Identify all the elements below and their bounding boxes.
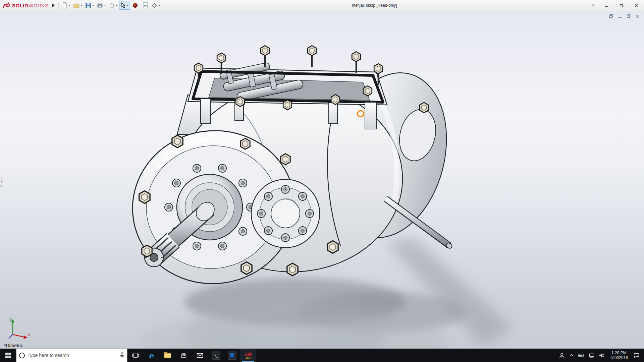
titlebar: SOLID WORKS [0, 0, 644, 11]
mail-icon [197, 353, 203, 358]
separator [58, 2, 59, 9]
microphone-icon[interactable] [120, 352, 124, 358]
people-button[interactable] [556, 349, 567, 362]
solidworks-window: SOLID WORKS [0, 0, 644, 362]
triad-x-label: x [28, 332, 31, 337]
select-cursor-icon [120, 2, 126, 8]
search-input[interactable] [28, 353, 117, 358]
orientation-label: *Dimetric [4, 343, 23, 348]
minimize-icon [604, 4, 608, 7]
taskbar-store-button[interactable] [176, 349, 192, 362]
close-icon [635, 4, 638, 7]
doc-minimize-button[interactable] [616, 13, 623, 19]
restore-icon [620, 3, 624, 7]
doc-close-icon [636, 14, 639, 18]
doc-close-button[interactable] [634, 13, 641, 19]
taskbar-clock[interactable]: 1:20 PM 7/23/2018 [607, 349, 631, 362]
brand-works: WORKS [29, 3, 48, 8]
volume-status[interactable] [597, 349, 607, 362]
brand-solid: SOLID [12, 3, 28, 8]
solidworks-2017-icon: SW 2017 [245, 352, 252, 359]
print-icon [97, 2, 103, 8]
design-binder-icon [143, 2, 148, 8]
print-button[interactable] [96, 1, 107, 10]
orientation-triad: y x [5, 315, 32, 341]
options-button[interactable] [150, 1, 162, 10]
open-icon [73, 2, 79, 8]
menu-flyout-arrow[interactable] [51, 1, 57, 9]
taskbar-command-prompt-button[interactable]: >_ [208, 349, 224, 362]
solidworks-logo: SOLID WORKS [0, 2, 51, 9]
select-button[interactable] [119, 1, 130, 10]
new-document-icon [62, 2, 68, 8]
taskbar-mail-button[interactable] [192, 349, 208, 362]
new-document-button[interactable] [60, 1, 72, 10]
open-button[interactable] [72, 1, 84, 10]
battery-icon [578, 354, 584, 357]
windows-logo-icon [5, 353, 11, 358]
network-status[interactable] [587, 349, 597, 362]
chevron-up-icon [570, 354, 574, 357]
system-tray: 1:20 PM 7/23/2018 [556, 349, 644, 362]
store-icon [181, 352, 187, 358]
undo-button[interactable] [107, 1, 119, 10]
command-prompt-icon: >_ [212, 351, 220, 360]
graphics-area[interactable]: y x *Dimetric [0, 11, 644, 349]
panel-splitter-handle[interactable] [0, 177, 3, 187]
taskbar: e >_ SW 2017 [0, 349, 644, 362]
appearance-sphere-icon [132, 3, 138, 8]
start-button[interactable] [0, 349, 16, 362]
clock-time: 1:20 PM [611, 351, 627, 355]
save-icon [85, 2, 91, 8]
people-icon [559, 353, 565, 358]
restore-button[interactable] [614, 0, 629, 11]
doc-restore-icon [627, 14, 631, 18]
doc-float-button[interactable] [608, 13, 614, 19]
show-desktop-button[interactable] [642, 349, 644, 362]
undo-icon [109, 2, 115, 8]
action-center-icon [634, 353, 639, 358]
taskbar-photos-button[interactable] [224, 349, 240, 362]
network-icon [589, 353, 594, 358]
taskbar-file-explorer-button[interactable] [160, 349, 176, 362]
window-title: menjac sklop [Read-only] [162, 3, 587, 8]
clock-date: 7/23/2018 [610, 355, 628, 360]
triad-y-label: y [9, 316, 12, 321]
doc-minimize-icon [618, 14, 622, 18]
gearbox-model [0, 11, 644, 349]
document-window-controls [608, 13, 641, 19]
minimize-button[interactable] [599, 0, 614, 11]
close-button[interactable] [629, 0, 644, 11]
doc-float-icon [609, 14, 613, 18]
doc-restore-button[interactable] [625, 13, 632, 19]
taskbar-search[interactable] [16, 349, 127, 362]
help-button[interactable]: ? [587, 3, 599, 8]
save-button[interactable] [84, 1, 96, 10]
battery-status[interactable] [576, 349, 587, 362]
edge-icon: e [149, 351, 154, 360]
task-view-button[interactable] [127, 349, 144, 362]
gear-icon [152, 3, 157, 8]
secondary-flange [251, 179, 320, 248]
speaker-icon [599, 353, 604, 358]
photos-icon [228, 351, 236, 360]
taskbar-solidworks-button[interactable]: SW 2017 [240, 349, 256, 362]
appearances-button[interactable] [130, 1, 140, 10]
design-binder-button[interactable] [140, 1, 150, 10]
file-explorer-icon [164, 353, 171, 358]
ds-logo-icon [3, 2, 11, 9]
tray-expand-button[interactable] [567, 349, 576, 362]
task-view-icon [132, 353, 139, 358]
action-center-button[interactable] [631, 349, 642, 362]
cortana-icon [19, 353, 25, 358]
taskbar-edge-button[interactable]: e [144, 349, 160, 362]
